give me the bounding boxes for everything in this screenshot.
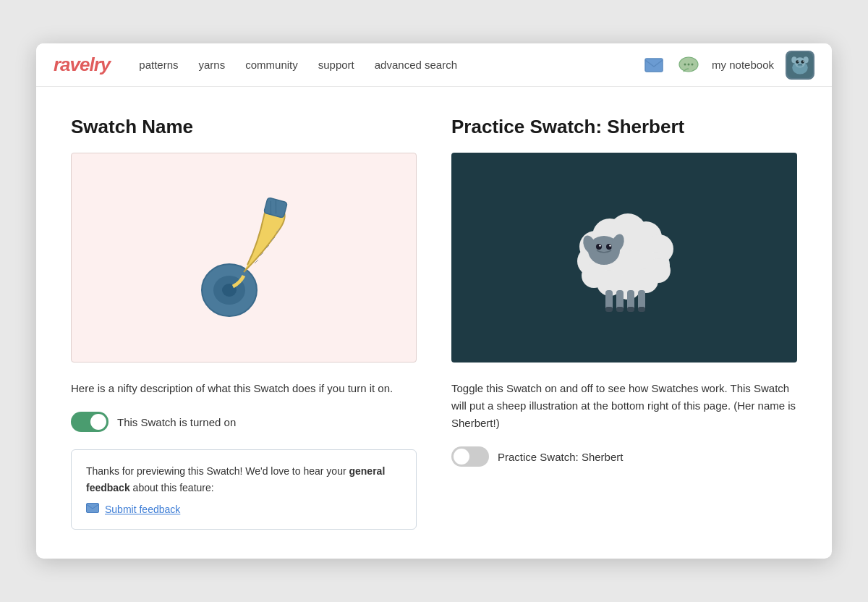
navbar: ravelry patterns yarns community support… [36,43,832,87]
nav-link-community[interactable]: community [245,59,298,71]
right-toggle-knob [454,449,469,465]
right-toggle-label: Practice Swatch: Sherbert [498,451,623,463]
svg-rect-56 [638,307,645,312]
nav-link-advanced-search[interactable]: advanced search [375,59,457,71]
svg-point-14 [797,63,802,67]
feedback-text-before: Thanks for previewing this Swatch! We'd … [86,465,349,477]
svg-point-15 [799,64,800,65]
mail-icon[interactable] [642,54,665,77]
right-toggle[interactable]: ✓ [451,446,489,467]
svg-point-2 [684,63,686,65]
svg-point-11 [801,60,804,64]
user-avatar[interactable] [786,51,814,80]
svg-point-12 [798,60,799,61]
svg-point-41 [646,258,671,283]
right-description: Toggle this Swatch on and off to see how… [451,380,797,432]
submit-feedback-link[interactable]: Submit feedback [86,503,401,516]
left-toggle-row: ✓ This Swatch is turned on [71,412,417,432]
logo[interactable]: ravelry [54,54,110,76]
svg-point-3 [688,63,690,65]
left-toggle-check: ✓ [96,417,103,426]
chat-icon[interactable] [677,54,700,77]
swatch-image-right [451,153,797,363]
my-notebook-link[interactable]: my notebook [712,59,774,71]
svg-rect-55 [627,307,634,312]
swatch-image-left [71,153,417,363]
left-toggle-label: This Swatch is turned on [117,416,236,428]
svg-point-44 [606,244,612,250]
feedback-envelope-icon [86,503,99,516]
feedback-text-after: about this feature: [130,482,214,493]
practice-swatch-title: Practice Swatch: Sherbert [451,116,797,138]
nav-right: my notebook [642,51,814,80]
right-toggle-row: ✓ Practice Swatch: Sherbert [451,446,797,467]
svg-rect-28 [87,503,99,512]
browser-window: ravelry patterns yarns community support… [36,43,832,559]
svg-rect-54 [616,307,624,312]
nav-link-patterns[interactable]: patterns [139,59,178,71]
nav-links: patterns yarns community support advance… [139,59,619,71]
feedback-link-text: Submit feedback [105,504,180,515]
svg-point-43 [596,244,602,250]
feedback-text: Thanks for previewing this Swatch! We'd … [86,463,401,496]
swatch-name-title: Swatch Name [71,116,417,138]
svg-point-46 [609,245,610,246]
svg-point-45 [599,245,600,246]
left-column: Swatch Name [71,116,417,530]
nav-link-yarns[interactable]: yarns [199,59,226,71]
svg-point-16 [800,64,801,65]
svg-point-13 [803,60,804,61]
feedback-box: Thanks for previewing this Swatch! We'd … [71,449,417,530]
svg-point-4 [692,63,694,65]
left-toggle[interactable]: ✓ [71,412,109,432]
svg-rect-53 [605,307,613,312]
right-column: Practice Swatch: Sherbert [451,116,797,530]
svg-rect-0 [645,59,663,72]
svg-point-10 [796,60,799,64]
left-description: Here is a nifty description of what this… [71,380,417,397]
nav-link-support[interactable]: support [318,59,354,71]
main-content: Swatch Name [36,87,832,559]
